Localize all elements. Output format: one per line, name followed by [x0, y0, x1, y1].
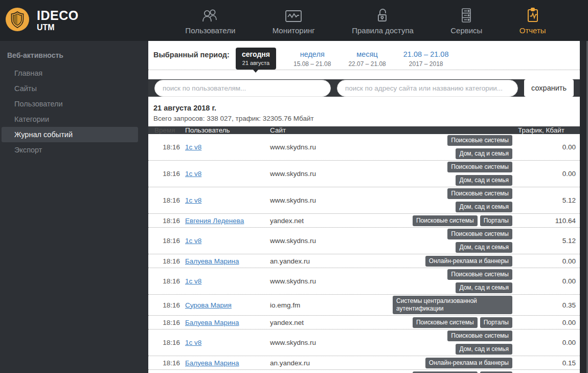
cell-traffic: 0.00: [512, 170, 580, 178]
table-row: 18:16 Сурова Мария io.emg.fm Системы цен…: [148, 295, 580, 316]
table-row: 18:16 1с v8 www.skydns.ru Поисковые сист…: [148, 161, 580, 187]
nav-item-access-rules[interactable]: Правила доступа: [352, 7, 414, 35]
table-row: 18:16 1с v8 www.skydns.ru Поисковые сист…: [148, 187, 580, 214]
user-link[interactable]: 1с v8: [185, 277, 201, 285]
cell-user: Балуева Марина: [185, 319, 270, 326]
shield-logo-icon: [5, 7, 30, 34]
cell-time: 18:16: [154, 257, 180, 265]
nav-item-services[interactable]: Сервисы: [450, 7, 482, 35]
period-subtitle: 22.07 – 21.08: [348, 60, 386, 68]
user-link[interactable]: Балуева Марина: [185, 257, 239, 265]
period-option-today-selected[interactable]: сегодня 21 августа: [236, 48, 276, 70]
cell-time: 18:16: [154, 319, 180, 326]
user-link[interactable]: 1с v8: [185, 170, 201, 178]
category-badge[interactable]: Порталы: [480, 317, 512, 328]
category-badge[interactable]: Онлайн-реклама и баннеры: [425, 256, 512, 267]
sidebar-item-users[interactable]: Пользователи: [0, 96, 148, 112]
cell-site: www.skydns.ru: [270, 196, 393, 204]
category-badge[interactable]: Поисковые системы: [413, 371, 478, 373]
save-button[interactable]: сохранить: [524, 79, 574, 97]
category-badge[interactable]: Поисковые системы: [413, 215, 478, 226]
cell-traffic: 0.00: [512, 257, 580, 265]
table-row: 18:16 1с v8 www.skydns.ru Поисковые сист…: [148, 330, 580, 356]
sidebar-item-export[interactable]: Экспорт: [0, 142, 148, 158]
top-navigation-bar: IDECO UTM Пользователи Мо: [0, 0, 588, 41]
user-link[interactable]: 1с v8: [185, 143, 201, 151]
cell-categories: Поисковые системыПорталы: [393, 371, 512, 373]
user-link[interactable]: 1с v8: [185, 196, 201, 204]
period-option-month[interactable]: месяц 22.07 – 21.08: [348, 48, 386, 68]
cell-site: io.emg.fm: [270, 301, 393, 309]
cell-site: yandex.net: [270, 319, 393, 326]
cell-categories: Онлайн-реклама и баннеры: [393, 358, 512, 368]
cell-categories: Онлайн-реклама и баннеры: [393, 256, 512, 267]
table-row: 18:16 Балуева Марина an.yandex.ru Онлайн…: [148, 356, 580, 370]
category-badge[interactable]: Дом, сад и семья: [456, 175, 512, 186]
nav-item-reports[interactable]: Отчеты: [519, 7, 546, 35]
user-link[interactable]: 1с v8: [185, 339, 201, 346]
category-badge[interactable]: Поисковые системы: [447, 188, 512, 199]
sidebar-item-home[interactable]: Главная: [0, 65, 148, 81]
user-link[interactable]: Евгения Леденева: [185, 217, 244, 225]
app-logo[interactable]: IDECO UTM: [0, 0, 148, 41]
cell-categories: Поисковые системыДом, сад и семья: [393, 229, 512, 253]
cell-user: 1с v8: [185, 277, 270, 285]
services-icon: [460, 7, 473, 23]
cell-user: Балуева Марина: [185, 359, 270, 367]
summary: 21 августа 2018 г. Всего запросов: 338 0…: [148, 97, 580, 126]
category-badge[interactable]: Дом, сад и семья: [456, 242, 512, 253]
column-header-traffic: Трафик, Кбайт: [512, 126, 580, 134]
category-badge[interactable]: Поисковые системы: [447, 135, 512, 146]
category-badge[interactable]: Дом, сад и семья: [456, 148, 512, 159]
cell-traffic: 5.12: [512, 237, 580, 245]
sidebar-item-categories[interactable]: Категории: [0, 112, 148, 127]
cell-traffic: 0.00: [512, 277, 580, 285]
users-icon: [201, 7, 219, 23]
cell-categories: Поисковые системыПорталы: [393, 215, 512, 226]
search-users-input[interactable]: [154, 80, 331, 97]
cell-time: 18:16: [154, 237, 180, 245]
category-badge[interactable]: Поисковые системы: [447, 269, 512, 280]
period-subtitle: 15.08 – 21.08: [293, 60, 331, 68]
brand-text: IDECO UTM: [37, 9, 79, 32]
cell-categories: Поисковые системыПорталы: [393, 317, 512, 328]
category-badge[interactable]: Поисковые системы: [447, 162, 512, 172]
reports-icon: [526, 7, 540, 23]
cell-traffic: 0.35: [512, 301, 580, 309]
bubble-pointer: [253, 69, 259, 73]
sidebar-item-sites[interactable]: Сайты: [0, 81, 148, 96]
category-badge[interactable]: Поисковые системы: [413, 317, 478, 328]
user-link[interactable]: Балуева Марина: [185, 319, 239, 326]
period-option-week[interactable]: неделя 15.08 – 21.08: [293, 48, 331, 68]
main-nav: Пользователи Мониторинг Правила доступ: [148, 0, 588, 41]
nav-label: Сервисы: [450, 26, 482, 35]
cell-user: 1с v8: [185, 170, 270, 178]
category-badge[interactable]: Дом, сад и семья: [456, 344, 512, 355]
nav-item-users[interactable]: Пользователи: [185, 7, 235, 35]
category-badge[interactable]: Порталы: [480, 215, 512, 226]
category-badge[interactable]: Поисковые системы: [447, 331, 512, 341]
cell-site: www.skydns.ru: [270, 277, 393, 285]
cell-user: 1с v8: [185, 196, 270, 204]
cell-site: an.yandex.ru: [270, 359, 393, 367]
cell-time: 18:16: [154, 196, 180, 204]
brand-name: IDECO: [37, 9, 79, 22]
user-link[interactable]: Сурова Мария: [185, 301, 232, 309]
period-option-custom-range[interactable]: 21.08 – 21.08 2017 – 2018: [403, 48, 449, 68]
cell-time: 18:16: [154, 170, 180, 178]
category-badge[interactable]: Онлайн-реклама и баннеры: [425, 358, 512, 368]
category-badge[interactable]: Дом, сад и семья: [456, 202, 512, 212]
nav-item-monitoring[interactable]: Мониторинг: [273, 7, 315, 35]
user-link[interactable]: 1с v8: [185, 237, 201, 245]
category-badge[interactable]: Порталы: [480, 371, 512, 373]
category-badge[interactable]: Дом, сад и семья: [456, 282, 512, 293]
user-link[interactable]: Балуева Марина: [185, 359, 239, 367]
sidebar-item-event-log[interactable]: Журнал событий: [2, 127, 138, 142]
cell-user: Балуева Марина: [185, 257, 270, 265]
category-badge[interactable]: Поисковые системы: [447, 229, 512, 239]
category-badge[interactable]: Системы централизованной аутентификации: [393, 296, 512, 314]
search-sites-input[interactable]: [337, 80, 518, 97]
lock-open-icon: [376, 7, 390, 23]
table-row: 18:16 Евгения Леденева yandex.net Поиско…: [148, 214, 580, 228]
cell-categories: Системы централизованной аутентификации: [393, 296, 512, 314]
